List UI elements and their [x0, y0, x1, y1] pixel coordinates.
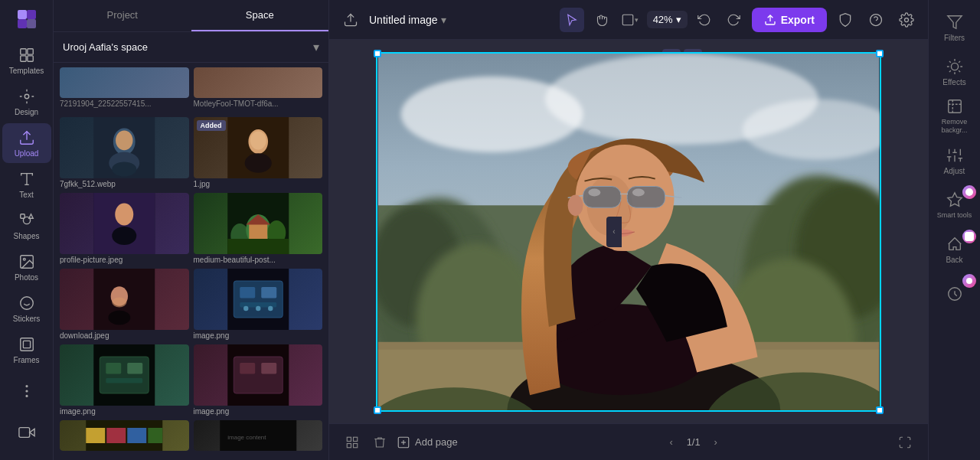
sidebar-item-video[interactable]	[2, 413, 51, 452]
expand-btn[interactable]	[894, 432, 916, 453]
right-tool-smart[interactable]: Smart tools	[932, 184, 978, 227]
image-item-10[interactable]: image.png	[194, 344, 323, 417]
space-chevron-icon[interactable]: ▾	[313, 40, 319, 54]
next-page-btn[interactable]: ›	[707, 433, 725, 452]
svg-marker-118	[947, 15, 961, 28]
svg-point-108	[568, 194, 583, 216]
svg-rect-54	[261, 287, 276, 298]
image-item-12[interactable]: image content	[194, 420, 323, 451]
right-tool-filters[interactable]: Filters	[932, 6, 978, 49]
image-filename-6: medium-beautiful-post...	[194, 254, 323, 266]
handle-top-left[interactable]	[374, 50, 381, 57]
svg-rect-21	[23, 341, 30, 347]
svg-rect-53	[240, 287, 255, 298]
image-item-8[interactable]: image.png	[194, 269, 323, 341]
svg-point-24	[26, 396, 28, 397]
page-nav: ‹ 1/1 ›	[662, 433, 725, 452]
delete-btn[interactable]	[369, 432, 390, 453]
right-tool-extra[interactable]	[932, 272, 978, 315]
zoom-control[interactable]: 42% ▾	[647, 11, 688, 28]
svg-point-8	[24, 94, 29, 99]
shield-icon-btn[interactable]	[833, 8, 858, 32]
undo-btn[interactable]	[692, 8, 717, 32]
help-icon-btn[interactable]	[864, 8, 888, 32]
sidebar-item-more[interactable]	[2, 371, 51, 411]
right-tool-remove-bg[interactable]: Remove backgr...	[932, 95, 978, 138]
svg-point-58	[268, 306, 273, 311]
panel-collapse-btn[interactable]: ‹	[606, 217, 622, 247]
image-filename-4: 1.jpg	[194, 178, 323, 190]
select-tool-btn[interactable]	[560, 8, 584, 32]
image-item-9[interactable]: image.png	[60, 344, 189, 417]
app-logo[interactable]	[13, 6, 41, 31]
settings-icon-btn[interactable]	[894, 8, 919, 32]
image-item-7[interactable]: download.jpeg	[60, 269, 189, 341]
left-sidebar: Templates Design Upload Text Shapes	[0, 0, 54, 460]
svg-rect-72	[148, 428, 162, 443]
right-tool-effects[interactable]: Effects	[932, 51, 978, 93]
canvas-container[interactable]: Page 1 – ✕ ✓	[329, 40, 928, 423]
strip-item-2[interactable]	[194, 67, 323, 98]
svg-rect-113	[347, 443, 351, 447]
main-area: Untitled image ▾ ▾ 42%	[329, 0, 928, 460]
frame-tool-btn[interactable]: ▾	[618, 8, 642, 32]
image-item-5[interactable]: profile-picture.jpeg	[60, 193, 189, 266]
svg-rect-5	[27, 49, 32, 54]
image-item-3[interactable]: 7gfkk_512.webp	[60, 117, 189, 190]
svg-rect-44	[227, 239, 289, 254]
top-tabs: Project Space	[54, 0, 328, 32]
svg-point-50	[108, 310, 130, 325]
handle-top-right[interactable]	[876, 50, 884, 57]
strip-item-1[interactable]	[60, 67, 189, 98]
right-tool-back[interactable]: Back	[932, 228, 978, 271]
image-row-1: 7gfkk_512.webp Added 1.jpg	[60, 117, 322, 190]
toolbar-right: Export	[752, 8, 919, 32]
sidebar-item-templates[interactable]: Templates	[2, 41, 51, 80]
image-item-6[interactable]: medium-beautiful-post...	[194, 193, 323, 266]
right-tool-effects-label: Effects	[942, 78, 965, 86]
sidebar-item-design[interactable]: Design	[2, 82, 51, 122]
zoom-chevron-icon: ▾	[676, 14, 681, 25]
tab-project[interactable]: Project	[54, 0, 191, 31]
redo-btn[interactable]	[721, 8, 746, 32]
prev-page-btn[interactable]: ‹	[662, 433, 681, 452]
svg-point-132	[966, 278, 972, 284]
canvas-image-wrapper[interactable]	[376, 52, 881, 412]
sidebar-item-upload[interactable]: Upload	[2, 123, 51, 163]
extra-badge	[962, 274, 976, 288]
grid-view-btn[interactable]	[341, 432, 363, 453]
image-item-4[interactable]: Added 1.jpg	[194, 117, 323, 190]
file-save-btn[interactable]	[338, 8, 363, 32]
svg-rect-26	[18, 428, 29, 438]
export-button[interactable]: Export	[752, 8, 827, 32]
hand-tool-btn[interactable]	[589, 8, 613, 32]
top-toolbar: Untitled image ▾ ▾ 42%	[329, 0, 928, 40]
image-grid: 7gfkk_512.webp Added 1.jpg	[54, 111, 328, 460]
tab-space[interactable]: Space	[191, 0, 329, 31]
sidebar-item-text[interactable]: Text	[2, 165, 51, 204]
image-item-11[interactable]	[60, 420, 189, 451]
sidebar-item-shapes[interactable]: Shapes	[2, 206, 51, 246]
sidebar-item-photos[interactable]: Photos	[2, 247, 51, 287]
sidebar-item-stickers[interactable]: Stickers	[2, 289, 51, 328]
back-badge	[962, 230, 976, 243]
svg-rect-102	[627, 186, 665, 207]
svg-rect-111	[347, 437, 351, 441]
svg-point-39	[112, 227, 136, 245]
handle-bottom-right[interactable]	[876, 406, 884, 414]
handle-bottom-left[interactable]	[374, 406, 381, 414]
svg-rect-3	[27, 19, 36, 28]
svg-rect-101	[583, 186, 622, 207]
svg-rect-71	[127, 428, 146, 443]
middle-panel: Project Space Urooj Aafia's space ▾ 7219…	[54, 0, 329, 460]
doc-title[interactable]: Untitled image ▾	[369, 14, 446, 26]
sidebar-item-frames[interactable]: Frames	[2, 330, 51, 370]
space-header: Urooj Aafia's space ▾	[54, 32, 328, 63]
svg-rect-114	[354, 443, 358, 447]
right-tool-back-label: Back	[946, 256, 962, 264]
right-tool-adjust[interactable]: Adjust	[932, 139, 978, 182]
export-label: Export	[781, 14, 815, 26]
add-page-btn[interactable]: Add page	[397, 436, 458, 449]
svg-point-35	[250, 131, 266, 149]
svg-rect-63	[106, 378, 142, 383]
